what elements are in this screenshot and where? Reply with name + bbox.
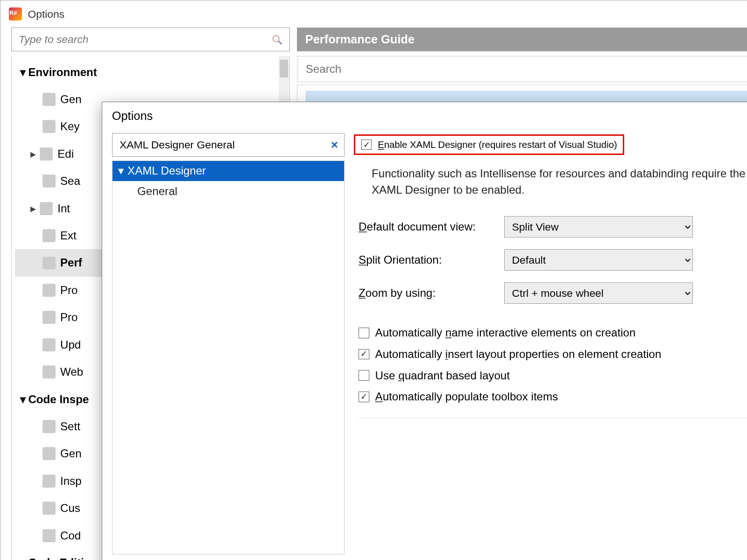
dialog-tree[interactable]: ▾XAML Designer General (112, 161, 345, 554)
tree-node-general[interactable]: General (113, 181, 344, 201)
inner-options-dialog: Options ? ✕ × ▾XAML Designer General EEn… (102, 102, 747, 560)
split-orientation-select[interactable]: Default (504, 249, 693, 271)
zoom-by-label: Zoom by using: (359, 287, 504, 300)
tree-item[interactable]: Pro (60, 284, 78, 297)
default-doc-view-label: Default document view: (359, 220, 504, 233)
zoom-by-select[interactable]: Ctrl + mouse wheel (504, 282, 693, 304)
titlebar: Options ? × (0, 0, 747, 28)
auto-insert-layout-checkbox[interactable] (359, 349, 369, 360)
auto-name-checkbox[interactable] (359, 328, 369, 338)
options-search[interactable] (11, 28, 290, 51)
svg-point-0 (273, 35, 279, 42)
tree-item[interactable]: Gen (60, 447, 82, 460)
tree-section-code-editing[interactable]: Code Editing (28, 556, 98, 560)
tree-item[interactable]: Ext (60, 229, 77, 242)
tree-section-environment[interactable]: Environment (28, 66, 97, 79)
enable-description: Functionality such as Intellisense for r… (372, 166, 747, 198)
svg-line-1 (279, 41, 282, 44)
tree-item[interactable]: Pro (60, 311, 78, 324)
tree-item[interactable]: Sea (60, 175, 80, 188)
tree-section-code-inspection[interactable]: Code Inspe (28, 393, 89, 406)
tree-item[interactable]: Int (57, 202, 70, 215)
auto-insert-layout-label: Automatically insert layout properties o… (375, 348, 662, 361)
quadrant-layout-label: Use quadrant based layout (375, 369, 510, 382)
enable-xaml-designer-highlight: EEnable XAML Designer (requires restart … (354, 134, 625, 155)
divider (359, 418, 747, 418)
resharper-icon (9, 7, 22, 21)
auto-populate-toolbox-checkbox[interactable] (359, 392, 369, 402)
tree-item[interactable]: Key (60, 120, 80, 133)
tree-node-xaml-designer[interactable]: ▾XAML Designer (113, 161, 344, 181)
split-orientation-label: Split Orientation: (359, 253, 504, 266)
dialog-search[interactable]: × (112, 133, 345, 157)
dialog-search-input[interactable] (118, 138, 327, 152)
window-title: Options (28, 8, 64, 21)
perf-search-input[interactable] (304, 62, 747, 77)
dialog-title: Options (112, 109, 153, 123)
tree-item[interactable]: Insp (60, 475, 82, 488)
enable-xaml-designer-label: EEnable XAML Designer (requires restart … (378, 140, 617, 150)
default-doc-view-select[interactable]: Split View (504, 216, 693, 238)
performance-guide-header: Performance Guide (297, 28, 747, 51)
quadrant-layout-checkbox[interactable] (359, 370, 369, 381)
tree-item[interactable]: Cus (60, 502, 80, 515)
tree-item[interactable]: Edi (57, 147, 74, 161)
tree-item[interactable]: Upd (60, 338, 81, 351)
auto-name-label: Automatically name interactive elements … (375, 326, 636, 339)
tree-item[interactable]: Cod (60, 529, 81, 542)
clear-search-icon[interactable]: × (331, 138, 338, 152)
tree-item[interactable]: Web (60, 365, 83, 378)
enable-xaml-designer-checkbox[interactable] (361, 140, 372, 150)
tree-item[interactable]: Sett (60, 420, 80, 433)
tree-item-performance[interactable]: Perf (60, 256, 82, 269)
auto-populate-toolbox-label: Automatically populate toolbox items (375, 390, 558, 403)
search-icon (271, 33, 283, 46)
perf-search[interactable] (297, 56, 747, 82)
options-search-input[interactable] (18, 33, 271, 47)
tree-item[interactable]: Gen (60, 93, 82, 106)
